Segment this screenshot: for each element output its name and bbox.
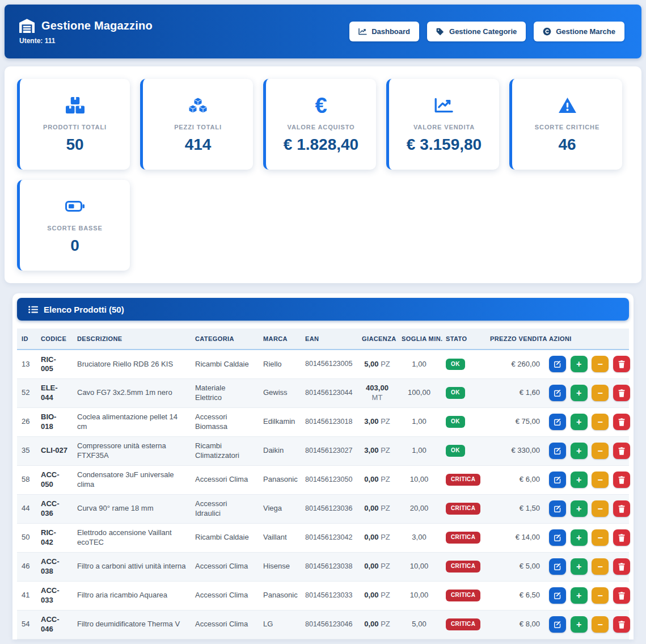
delete-button[interactable]	[613, 529, 630, 546]
subtract-stock-button[interactable]: −	[592, 529, 609, 546]
add-stock-button[interactable]: +	[571, 414, 588, 430]
table-row: 50 RIC-042 Elettrodo accensione Vaillant…	[17, 523, 629, 552]
tags-icon	[436, 28, 445, 36]
edit-button[interactable]	[549, 587, 566, 604]
nav-button-gestione-categorie[interactable]: Gestione Categorie	[427, 22, 526, 41]
col-soglia-min: SOGLIA MIN.	[397, 329, 441, 350]
cell-descrizione: Coclea alimentazione pellet 14 cm	[73, 407, 191, 436]
cell-giacenza: 5,00 PZ	[357, 350, 397, 378]
edit-button[interactable]	[549, 356, 566, 372]
add-stock-button[interactable]: +	[571, 558, 588, 575]
delete-button[interactable]	[613, 558, 630, 575]
edit-icon	[554, 592, 561, 600]
cell-categoria: Ricambi Caldaie	[191, 350, 259, 378]
minus-icon: −	[598, 475, 603, 485]
plus-icon: +	[576, 389, 581, 398]
cell-id: 58	[17, 465, 36, 494]
cell-azioni: + −	[544, 407, 629, 436]
edit-button[interactable]	[549, 414, 566, 430]
col-azioni: AZIONI	[544, 329, 629, 350]
cell-marca: Panasonic	[259, 465, 301, 494]
delete-button[interactable]	[613, 385, 630, 401]
edit-button[interactable]	[549, 529, 566, 546]
table-row: 58 ACC-050 Condensatore 3uF universale c…	[17, 465, 629, 494]
delete-button[interactable]	[613, 472, 630, 488]
cell-codice: ELE-044	[36, 378, 73, 407]
cell-id: 52	[17, 378, 36, 407]
subtract-stock-button[interactable]: −	[592, 443, 609, 459]
subtract-stock-button[interactable]: −	[592, 500, 609, 517]
cell-descrizione: Elettrodo accensione Vaillant ecoTEC	[73, 523, 191, 552]
edit-button[interactable]	[549, 616, 566, 633]
list-icon	[28, 305, 38, 314]
cell-giacenza: 0,00 PZ	[357, 610, 397, 639]
add-stock-button[interactable]: +	[571, 500, 588, 517]
subtract-stock-button[interactable]: −	[592, 356, 609, 372]
add-stock-button[interactable]: +	[571, 529, 588, 546]
edit-button[interactable]	[549, 472, 566, 488]
cell-azioni: + −	[544, 523, 629, 552]
cell-marca: Panasonic	[259, 581, 301, 610]
table-header-row: ID CODICE DESCRIZIONE CATEGORIA MARCA EA…	[17, 329, 629, 350]
delete-button[interactable]	[613, 616, 630, 633]
cell-codice: BIO-018	[36, 407, 73, 436]
stat-card: VALORE VENDITA € 3.159,80	[386, 79, 499, 170]
edit-button[interactable]	[549, 500, 566, 517]
col-descrizione: DESCRIZIONE	[73, 329, 191, 350]
col-giacenza: GIACENZA	[357, 329, 397, 350]
cell-id: 50	[17, 523, 36, 552]
cell-prezzo-vendita: € 14,00	[485, 523, 544, 552]
delete-button[interactable]	[613, 587, 630, 604]
edit-button[interactable]	[549, 443, 566, 459]
subtract-stock-button[interactable]: −	[592, 558, 609, 575]
nav-button-gestione-marche[interactable]: Gestione Marche	[534, 22, 624, 41]
cell-codice: RIC-005	[36, 350, 73, 378]
delete-button[interactable]	[613, 356, 630, 372]
cell-soglia-min: 1,00	[397, 407, 441, 436]
edit-icon	[554, 360, 561, 368]
trash-icon	[618, 476, 625, 484]
subtract-stock-button[interactable]: −	[592, 587, 609, 604]
cell-ean: 801456123018	[301, 407, 357, 436]
subtract-stock-button[interactable]: −	[592, 616, 609, 633]
delete-button[interactable]	[613, 443, 630, 459]
trash-icon	[618, 563, 625, 571]
user-label: Utente: 111	[19, 37, 153, 45]
minus-icon: −	[598, 389, 603, 398]
add-stock-button[interactable]: +	[571, 385, 588, 401]
cell-marca: Edilkamin	[259, 407, 301, 436]
delete-button[interactable]	[613, 500, 630, 517]
add-stock-button[interactable]: +	[571, 587, 588, 604]
delete-button[interactable]	[613, 414, 630, 430]
add-stock-button[interactable]: +	[571, 616, 588, 633]
edit-button[interactable]	[549, 385, 566, 401]
add-stock-button[interactable]: +	[571, 356, 588, 372]
cell-descrizione: Filtro deumidificatore Therma V	[73, 610, 191, 639]
nav-buttons: Dashboard Gestione Categorie Gestione Ma…	[349, 22, 624, 41]
cell-categoria: Ricambi Caldaie	[191, 523, 259, 552]
cell-prezzo-vendita: € 75,00	[485, 407, 544, 436]
add-stock-button[interactable]: +	[571, 472, 588, 488]
nav-button-dashboard[interactable]: Dashboard	[349, 22, 419, 41]
edit-button[interactable]	[549, 558, 566, 575]
cell-giacenza: 3,00 PZ	[357, 407, 397, 436]
minus-icon: −	[598, 418, 603, 427]
stat-card: PEZZI TOTALI 414	[140, 79, 253, 170]
cell-azioni: + −	[544, 494, 629, 523]
cell-codice: ACC-038	[36, 552, 73, 581]
cell-codice: ACC-036	[36, 494, 73, 523]
products-panel: Elenco Prodotti (50) ID CODICE DESCRIZIO…	[12, 293, 634, 639]
cell-prezzo-vendita: € 330,00	[485, 436, 544, 465]
subtract-stock-button[interactable]: −	[592, 414, 609, 430]
subtract-stock-button[interactable]: −	[592, 472, 609, 488]
subtract-stock-button[interactable]: −	[592, 385, 609, 401]
cell-categoria: Accessori Clima	[191, 552, 259, 581]
cell-id: 13	[17, 350, 36, 378]
cell-soglia-min: 1,00	[397, 350, 441, 378]
cell-soglia-min: 10,00	[397, 465, 441, 494]
add-stock-button[interactable]: +	[571, 443, 588, 459]
minus-icon: −	[598, 533, 603, 542]
cell-prezzo-vendita: € 6,50	[485, 581, 544, 610]
battery-icon	[65, 196, 85, 217]
cell-marca: Daikin	[259, 436, 301, 465]
